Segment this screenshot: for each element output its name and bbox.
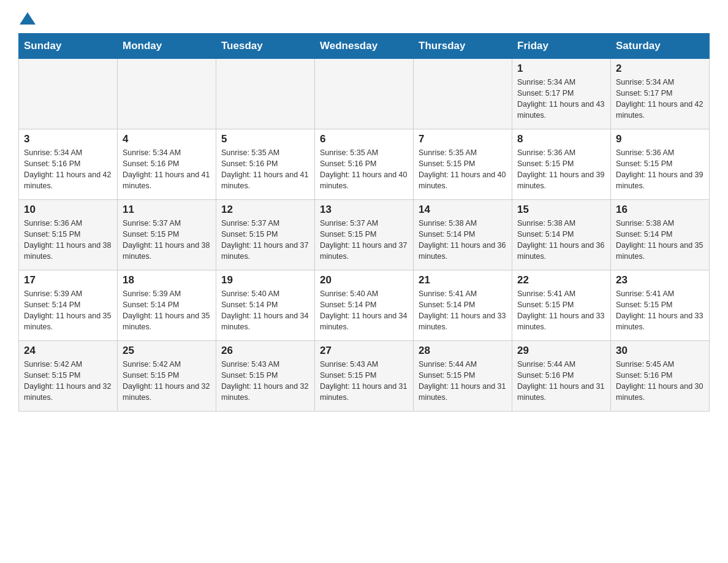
calendar-cell: 22Sunrise: 5:41 AMSunset: 5:15 PMDayligh… (512, 270, 611, 341)
day-info: Sunrise: 5:44 AMSunset: 5:16 PMDaylight:… (517, 359, 605, 404)
day-info: Sunrise: 5:38 AMSunset: 5:14 PMDaylight:… (517, 218, 605, 262)
day-info: Sunrise: 5:41 AMSunset: 5:15 PMDaylight:… (616, 288, 704, 333)
day-number: 10 (24, 204, 112, 216)
calendar-cell: 4Sunrise: 5:34 AMSunset: 5:16 PMDaylight… (118, 129, 216, 200)
day-info: Sunrise: 5:36 AMSunset: 5:15 PMDaylight:… (517, 147, 605, 192)
calendar-header-saturday: Saturday (611, 34, 710, 59)
calendar-cell: 3Sunrise: 5:34 AMSunset: 5:16 PMDaylight… (19, 129, 118, 200)
day-number: 27 (320, 345, 408, 357)
day-number: 20 (320, 274, 408, 286)
day-number: 30 (616, 345, 704, 357)
calendar-cell: 27Sunrise: 5:43 AMSunset: 5:15 PMDayligh… (315, 341, 414, 412)
calendar-week-row: 17Sunrise: 5:39 AMSunset: 5:14 PMDayligh… (19, 270, 710, 341)
day-info: Sunrise: 5:45 AMSunset: 5:16 PMDaylight:… (616, 359, 704, 404)
day-info: Sunrise: 5:42 AMSunset: 5:15 PMDaylight:… (24, 359, 112, 404)
calendar-cell: 18Sunrise: 5:39 AMSunset: 5:14 PMDayligh… (118, 270, 216, 341)
calendar-header-friday: Friday (512, 34, 611, 59)
day-number: 2 (616, 63, 704, 75)
day-info: Sunrise: 5:37 AMSunset: 5:15 PMDaylight:… (320, 218, 408, 262)
day-number: 29 (517, 345, 605, 357)
day-info: Sunrise: 5:41 AMSunset: 5:15 PMDaylight:… (517, 288, 605, 333)
day-number: 21 (419, 274, 507, 286)
day-number: 11 (123, 204, 211, 216)
calendar-cell: 10Sunrise: 5:36 AMSunset: 5:15 PMDayligh… (19, 200, 118, 270)
day-number: 14 (419, 204, 507, 216)
calendar-week-row: 3Sunrise: 5:34 AMSunset: 5:16 PMDaylight… (19, 129, 710, 200)
day-info: Sunrise: 5:39 AMSunset: 5:14 PMDaylight:… (123, 288, 211, 333)
day-number: 8 (517, 133, 605, 145)
day-info: Sunrise: 5:36 AMSunset: 5:15 PMDaylight:… (616, 147, 704, 192)
calendar-week-row: 10Sunrise: 5:36 AMSunset: 5:15 PMDayligh… (19, 200, 710, 270)
day-info: Sunrise: 5:41 AMSunset: 5:14 PMDaylight:… (419, 288, 507, 333)
day-info: Sunrise: 5:34 AMSunset: 5:17 PMDaylight:… (616, 77, 704, 121)
day-number: 16 (616, 204, 704, 216)
day-number: 23 (616, 274, 704, 286)
calendar-cell: 26Sunrise: 5:43 AMSunset: 5:15 PMDayligh… (216, 341, 315, 412)
calendar-header-tuesday: Tuesday (216, 34, 315, 59)
day-info: Sunrise: 5:43 AMSunset: 5:15 PMDaylight:… (221, 359, 309, 404)
day-number: 13 (320, 204, 408, 216)
calendar-cell: 28Sunrise: 5:44 AMSunset: 5:15 PMDayligh… (414, 341, 512, 412)
calendar-header-sunday: Sunday (19, 34, 118, 59)
day-number: 17 (24, 274, 112, 286)
day-info: Sunrise: 5:37 AMSunset: 5:15 PMDaylight:… (221, 218, 309, 262)
logo (18, 12, 44, 22)
calendar-cell: 29Sunrise: 5:44 AMSunset: 5:16 PMDayligh… (512, 341, 611, 412)
calendar-cell: 11Sunrise: 5:37 AMSunset: 5:15 PMDayligh… (118, 200, 216, 270)
page-header (18, 12, 710, 22)
day-info: Sunrise: 5:34 AMSunset: 5:16 PMDaylight:… (123, 147, 211, 192)
calendar-cell: 9Sunrise: 5:36 AMSunset: 5:15 PMDaylight… (611, 129, 710, 200)
day-info: Sunrise: 5:35 AMSunset: 5:16 PMDaylight:… (320, 147, 408, 192)
day-info: Sunrise: 5:40 AMSunset: 5:14 PMDaylight:… (221, 288, 309, 333)
calendar-cell: 1Sunrise: 5:34 AMSunset: 5:17 PMDaylight… (512, 59, 611, 129)
day-number: 3 (24, 133, 112, 145)
day-info: Sunrise: 5:42 AMSunset: 5:15 PMDaylight:… (123, 359, 211, 404)
day-number: 12 (221, 204, 309, 216)
day-info: Sunrise: 5:35 AMSunset: 5:16 PMDaylight:… (221, 147, 309, 192)
calendar-cell: 24Sunrise: 5:42 AMSunset: 5:15 PMDayligh… (19, 341, 118, 412)
day-info: Sunrise: 5:39 AMSunset: 5:14 PMDaylight:… (24, 288, 112, 333)
day-number: 9 (616, 133, 704, 145)
calendar-cell (19, 59, 118, 129)
calendar-header-monday: Monday (118, 34, 216, 59)
day-info: Sunrise: 5:37 AMSunset: 5:15 PMDaylight:… (123, 218, 211, 262)
calendar-cell: 2Sunrise: 5:34 AMSunset: 5:17 PMDaylight… (611, 59, 710, 129)
calendar-cell: 13Sunrise: 5:37 AMSunset: 5:15 PMDayligh… (315, 200, 414, 270)
calendar-header-wednesday: Wednesday (315, 34, 414, 59)
calendar-cell: 5Sunrise: 5:35 AMSunset: 5:16 PMDaylight… (216, 129, 315, 200)
day-info: Sunrise: 5:34 AMSunset: 5:16 PMDaylight:… (24, 147, 112, 192)
calendar-cell: 6Sunrise: 5:35 AMSunset: 5:16 PMDaylight… (315, 129, 414, 200)
day-number: 24 (24, 345, 112, 357)
calendar-cell: 21Sunrise: 5:41 AMSunset: 5:14 PMDayligh… (414, 270, 512, 341)
calendar-cell: 16Sunrise: 5:38 AMSunset: 5:14 PMDayligh… (611, 200, 710, 270)
calendar-header-thursday: Thursday (414, 34, 512, 59)
calendar-cell: 30Sunrise: 5:45 AMSunset: 5:16 PMDayligh… (611, 341, 710, 412)
day-info: Sunrise: 5:38 AMSunset: 5:14 PMDaylight:… (419, 218, 507, 262)
calendar-cell: 7Sunrise: 5:35 AMSunset: 5:15 PMDaylight… (414, 129, 512, 200)
day-number: 4 (123, 133, 211, 145)
day-number: 18 (123, 274, 211, 286)
calendar-cell (315, 59, 414, 129)
day-number: 6 (320, 133, 408, 145)
calendar-cell: 19Sunrise: 5:40 AMSunset: 5:14 PMDayligh… (216, 270, 315, 341)
calendar-cell: 23Sunrise: 5:41 AMSunset: 5:15 PMDayligh… (611, 270, 710, 341)
day-info: Sunrise: 5:43 AMSunset: 5:15 PMDaylight:… (320, 359, 408, 404)
day-number: 25 (123, 345, 211, 357)
calendar-cell: 14Sunrise: 5:38 AMSunset: 5:14 PMDayligh… (414, 200, 512, 270)
calendar-table: SundayMondayTuesdayWednesdayThursdayFrid… (18, 33, 710, 412)
day-info: Sunrise: 5:40 AMSunset: 5:14 PMDaylight:… (320, 288, 408, 333)
calendar-cell: 25Sunrise: 5:42 AMSunset: 5:15 PMDayligh… (118, 341, 216, 412)
day-number: 5 (221, 133, 309, 145)
day-number: 22 (517, 274, 605, 286)
calendar-cell (118, 59, 216, 129)
calendar-cell: 20Sunrise: 5:40 AMSunset: 5:14 PMDayligh… (315, 270, 414, 341)
day-info: Sunrise: 5:34 AMSunset: 5:17 PMDaylight:… (517, 77, 605, 121)
day-number: 15 (517, 204, 605, 216)
calendar-cell: 8Sunrise: 5:36 AMSunset: 5:15 PMDaylight… (512, 129, 611, 200)
day-info: Sunrise: 5:44 AMSunset: 5:15 PMDaylight:… (419, 359, 507, 404)
calendar-week-row: 1Sunrise: 5:34 AMSunset: 5:17 PMDaylight… (19, 59, 710, 129)
calendar-cell: 15Sunrise: 5:38 AMSunset: 5:14 PMDayligh… (512, 200, 611, 270)
calendar-cell (216, 59, 315, 129)
calendar-cell: 12Sunrise: 5:37 AMSunset: 5:15 PMDayligh… (216, 200, 315, 270)
day-number: 28 (419, 345, 507, 357)
